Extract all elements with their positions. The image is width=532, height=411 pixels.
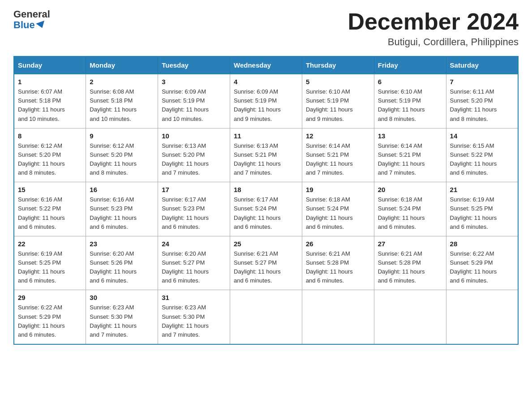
day-number: 3 [162, 78, 226, 86]
logo: General Blue [13, 9, 50, 30]
day-info: Sunrise: 6:13 AMSunset: 5:21 PMDaylight:… [234, 142, 281, 176]
table-row: 24 Sunrise: 6:20 AMSunset: 5:27 PMDaylig… [158, 236, 230, 290]
page-header: General Blue December 2024 Butigui, Cord… [13, 9, 519, 48]
day-number: 22 [18, 240, 82, 248]
day-number: 24 [162, 240, 226, 248]
day-number: 25 [234, 240, 298, 248]
day-number: 20 [378, 186, 442, 193]
col-sunday: Sunday [14, 56, 86, 74]
table-row: 13 Sunrise: 6:14 AMSunset: 5:21 PMDaylig… [374, 128, 446, 182]
day-number: 17 [162, 186, 226, 193]
table-row: 26 Sunrise: 6:21 AMSunset: 5:28 PMDaylig… [302, 236, 374, 290]
table-row [374, 290, 446, 344]
logo-triangle-icon [36, 21, 47, 30]
table-row: 15 Sunrise: 6:16 AMSunset: 5:22 PMDaylig… [14, 182, 86, 236]
day-number: 30 [90, 294, 154, 301]
day-number: 12 [306, 132, 370, 140]
day-number: 5 [306, 78, 370, 86]
day-number: 18 [234, 186, 298, 193]
table-row: 31 Sunrise: 6:23 AMSunset: 5:30 PMDaylig… [158, 290, 230, 344]
day-info: Sunrise: 6:10 AMSunset: 5:19 PMDaylight:… [306, 88, 353, 122]
day-info: Sunrise: 6:09 AMSunset: 5:19 PMDaylight:… [162, 88, 209, 122]
day-info: Sunrise: 6:16 AMSunset: 5:22 PMDaylight:… [18, 196, 65, 230]
table-row: 23 Sunrise: 6:20 AMSunset: 5:26 PMDaylig… [86, 236, 158, 290]
day-number: 14 [450, 132, 514, 140]
day-info: Sunrise: 6:16 AMSunset: 5:23 PMDaylight:… [90, 196, 137, 230]
day-info: Sunrise: 6:15 AMSunset: 5:22 PMDaylight:… [450, 142, 497, 176]
table-row: 11 Sunrise: 6:13 AMSunset: 5:21 PMDaylig… [230, 128, 302, 182]
day-number: 21 [450, 186, 514, 193]
month-title: December 2024 [348, 9, 519, 34]
table-row: 29 Sunrise: 6:22 AMSunset: 5:29 PMDaylig… [14, 290, 86, 344]
calendar-week-row: 15 Sunrise: 6:16 AMSunset: 5:22 PMDaylig… [14, 182, 518, 236]
day-number: 2 [90, 78, 154, 86]
day-number: 16 [90, 186, 154, 193]
col-thursday: Thursday [302, 56, 374, 74]
day-info: Sunrise: 6:07 AMSunset: 5:18 PMDaylight:… [18, 88, 65, 122]
col-wednesday: Wednesday [230, 56, 302, 74]
day-info: Sunrise: 6:10 AMSunset: 5:19 PMDaylight:… [378, 88, 425, 122]
table-row: 12 Sunrise: 6:14 AMSunset: 5:21 PMDaylig… [302, 128, 374, 182]
table-row: 2 Sunrise: 6:08 AMSunset: 5:18 PMDayligh… [86, 74, 158, 128]
table-row: 30 Sunrise: 6:23 AMSunset: 5:30 PMDaylig… [86, 290, 158, 344]
day-info: Sunrise: 6:09 AMSunset: 5:19 PMDaylight:… [234, 88, 281, 122]
table-row: 10 Sunrise: 6:13 AMSunset: 5:20 PMDaylig… [158, 128, 230, 182]
table-row: 1 Sunrise: 6:07 AMSunset: 5:18 PMDayligh… [14, 74, 86, 128]
calendar-table: Sunday Monday Tuesday Wednesday Thursday… [13, 56, 519, 345]
day-info: Sunrise: 6:22 AMSunset: 5:29 PMDaylight:… [18, 304, 65, 338]
day-number: 27 [378, 240, 442, 248]
day-number: 8 [18, 132, 82, 140]
table-row: 3 Sunrise: 6:09 AMSunset: 5:19 PMDayligh… [158, 74, 230, 128]
col-monday: Monday [86, 56, 158, 74]
day-info: Sunrise: 6:23 AMSunset: 5:30 PMDaylight:… [162, 304, 209, 338]
day-number: 13 [378, 132, 442, 140]
day-info: Sunrise: 6:21 AMSunset: 5:28 PMDaylight:… [378, 250, 425, 284]
day-info: Sunrise: 6:18 AMSunset: 5:24 PMDaylight:… [306, 196, 353, 230]
col-saturday: Saturday [446, 56, 518, 74]
day-info: Sunrise: 6:12 AMSunset: 5:20 PMDaylight:… [90, 142, 137, 176]
col-tuesday: Tuesday [158, 56, 230, 74]
calendar-week-row: 29 Sunrise: 6:22 AMSunset: 5:29 PMDaylig… [14, 290, 518, 344]
title-block: December 2024 Butigui, Cordillera, Phili… [348, 9, 519, 48]
table-row: 25 Sunrise: 6:21 AMSunset: 5:27 PMDaylig… [230, 236, 302, 290]
day-number: 15 [18, 186, 82, 193]
day-number: 11 [234, 132, 298, 140]
day-info: Sunrise: 6:23 AMSunset: 5:30 PMDaylight:… [90, 304, 137, 338]
day-info: Sunrise: 6:13 AMSunset: 5:20 PMDaylight:… [162, 142, 209, 176]
day-info: Sunrise: 6:20 AMSunset: 5:26 PMDaylight:… [90, 250, 137, 284]
calendar-week-row: 1 Sunrise: 6:07 AMSunset: 5:18 PMDayligh… [14, 74, 518, 128]
logo-general-text: General [13, 9, 50, 20]
day-number: 29 [18, 294, 82, 301]
table-row [446, 290, 518, 344]
day-info: Sunrise: 6:22 AMSunset: 5:29 PMDaylight:… [450, 250, 497, 284]
day-info: Sunrise: 6:19 AMSunset: 5:25 PMDaylight:… [18, 250, 65, 284]
table-row: 6 Sunrise: 6:10 AMSunset: 5:19 PMDayligh… [374, 74, 446, 128]
day-info: Sunrise: 6:19 AMSunset: 5:25 PMDaylight:… [450, 196, 497, 230]
table-row: 18 Sunrise: 6:17 AMSunset: 5:24 PMDaylig… [230, 182, 302, 236]
day-info: Sunrise: 6:11 AMSunset: 5:20 PMDaylight:… [450, 88, 497, 122]
table-row: 19 Sunrise: 6:18 AMSunset: 5:24 PMDaylig… [302, 182, 374, 236]
day-info: Sunrise: 6:17 AMSunset: 5:23 PMDaylight:… [162, 196, 209, 230]
day-info: Sunrise: 6:21 AMSunset: 5:27 PMDaylight:… [234, 250, 281, 284]
day-number: 1 [18, 78, 82, 86]
calendar-week-row: 22 Sunrise: 6:19 AMSunset: 5:25 PMDaylig… [14, 236, 518, 290]
table-row: 7 Sunrise: 6:11 AMSunset: 5:20 PMDayligh… [446, 74, 518, 128]
col-friday: Friday [374, 56, 446, 74]
table-row: 9 Sunrise: 6:12 AMSunset: 5:20 PMDayligh… [86, 128, 158, 182]
logo-blue-text: Blue [13, 20, 46, 30]
day-info: Sunrise: 6:21 AMSunset: 5:28 PMDaylight:… [306, 250, 353, 284]
day-number: 7 [450, 78, 514, 86]
table-row: 21 Sunrise: 6:19 AMSunset: 5:25 PMDaylig… [446, 182, 518, 236]
day-info: Sunrise: 6:18 AMSunset: 5:24 PMDaylight:… [378, 196, 425, 230]
table-row: 27 Sunrise: 6:21 AMSunset: 5:28 PMDaylig… [374, 236, 446, 290]
day-info: Sunrise: 6:12 AMSunset: 5:20 PMDaylight:… [18, 142, 65, 176]
day-info: Sunrise: 6:17 AMSunset: 5:24 PMDaylight:… [234, 196, 281, 230]
table-row: 8 Sunrise: 6:12 AMSunset: 5:20 PMDayligh… [14, 128, 86, 182]
table-row [230, 290, 302, 344]
location-subtitle: Butigui, Cordillera, Philippines [348, 36, 519, 48]
table-row: 22 Sunrise: 6:19 AMSunset: 5:25 PMDaylig… [14, 236, 86, 290]
day-number: 28 [450, 240, 514, 248]
table-row: 28 Sunrise: 6:22 AMSunset: 5:29 PMDaylig… [446, 236, 518, 290]
day-number: 4 [234, 78, 298, 86]
calendar-header-row: Sunday Monday Tuesday Wednesday Thursday… [14, 56, 518, 74]
